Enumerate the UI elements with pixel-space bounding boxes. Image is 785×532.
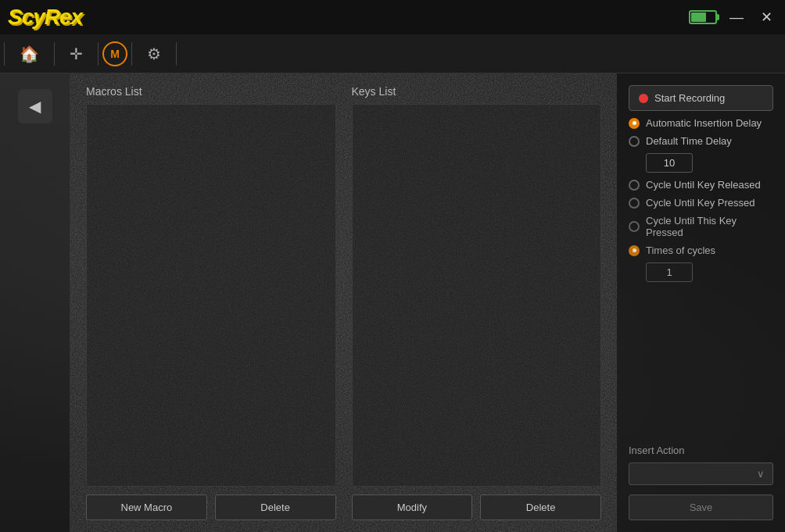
save-button[interactable]: Save [629,495,773,520]
navbar: 🏠 ✛ M ⚙ [0,34,785,73]
keys-buttons-row: Modify Delete [352,495,602,520]
app-logo: ScyRex [8,5,82,30]
home-icon: 🏠 [20,45,39,63]
automatic-insertion-delay-label: Automatic Insertion Delay [646,117,762,129]
back-button[interactable]: ◀ [18,89,52,123]
lists-row: Macros List New Macro Delete Keys List M… [86,85,601,520]
nav-divider-right [176,42,177,66]
cycle-until-this-key-pressed-label: Cycle Until This Key Pressed [646,215,773,238]
default-time-delay-radio[interactable] [629,136,640,147]
sidebar: ◀ [0,73,70,532]
automatic-insertion-delay-radio[interactable] [629,118,640,129]
titlebar: ScyRex — ✕ [0,0,785,34]
new-macro-button[interactable]: New Macro [86,495,207,520]
cycle-until-key-pressed-radio[interactable] [629,198,640,209]
delete-keys-button[interactable]: Delete [480,495,601,520]
cycle-until-key-released-radio[interactable] [629,180,640,191]
main-area: ◀ Macros List New Macro Delete Keys List… [0,73,785,532]
cycle-until-key-released-row: Cycle Until Key Released [629,179,773,191]
battery-icon [689,10,717,24]
times-of-cycles-radio[interactable] [629,245,640,256]
content-area: Macros List New Macro Delete Keys List M… [70,73,617,532]
titlebar-controls: — ✕ [689,7,777,27]
close-button[interactable]: ✕ [756,7,777,27]
macros-list-box[interactable] [86,104,336,487]
chevron-down-icon: ∨ [757,468,765,480]
nav-divider-left [4,42,5,66]
delete-macros-button[interactable]: Delete [215,495,336,520]
nav-macro-button[interactable]: M [102,41,127,66]
times-of-cycles-input[interactable] [646,262,693,282]
back-icon: ◀ [29,97,41,116]
crosshair-icon: ✛ [70,45,83,63]
times-of-cycles-row: Times of cycles [629,245,773,256]
automatic-insertion-delay-row: Automatic Insertion Delay [629,117,773,129]
nav-settings-button[interactable]: ⚙ [136,41,172,67]
times-of-cycles-label: Times of cycles [646,245,715,256]
default-time-delay-label: Default Time Delay [646,135,732,147]
right-panel: Start Recording Automatic Insertion Dela… [617,73,785,532]
start-recording-label: Start Recording [654,92,725,104]
cycle-until-key-pressed-label: Cycle Until Key Pressed [646,197,755,209]
default-time-delay-input[interactable] [646,153,693,173]
cycle-until-key-pressed-row: Cycle Until Key Pressed [629,197,773,209]
minimize-button[interactable]: — [725,8,748,27]
default-time-delay-row: Default Time Delay [629,135,773,147]
modify-button[interactable]: Modify [352,495,473,520]
keys-list-box[interactable] [352,104,602,487]
macro-label: M [110,48,120,60]
nav-divider-1 [54,42,55,66]
insert-action-label: Insert Action [629,445,773,456]
nav-divider-2 [98,42,99,66]
record-dot-icon [639,94,648,103]
keys-list-title: Keys List [352,85,602,98]
cycle-until-this-key-pressed-radio[interactable] [629,221,640,232]
nav-home-button[interactable]: 🏠 [9,41,50,67]
nav-divider-3 [131,42,132,66]
macros-buttons-row: New Macro Delete [86,495,336,520]
macros-list-section: Macros List New Macro Delete [86,85,336,520]
macros-list-title: Macros List [86,85,336,98]
cycle-until-key-released-label: Cycle Until Key Released [646,179,761,191]
battery-fill [691,12,706,22]
cycle-until-this-key-pressed-row: Cycle Until This Key Pressed [629,215,773,238]
settings-icon: ⚙ [147,45,161,63]
nav-crosshair-button[interactable]: ✛ [59,41,94,67]
keys-list-section: Keys List Modify Delete [352,85,602,520]
insert-action-dropdown[interactable]: ∨ [629,462,773,485]
start-recording-button[interactable]: Start Recording [629,85,773,111]
